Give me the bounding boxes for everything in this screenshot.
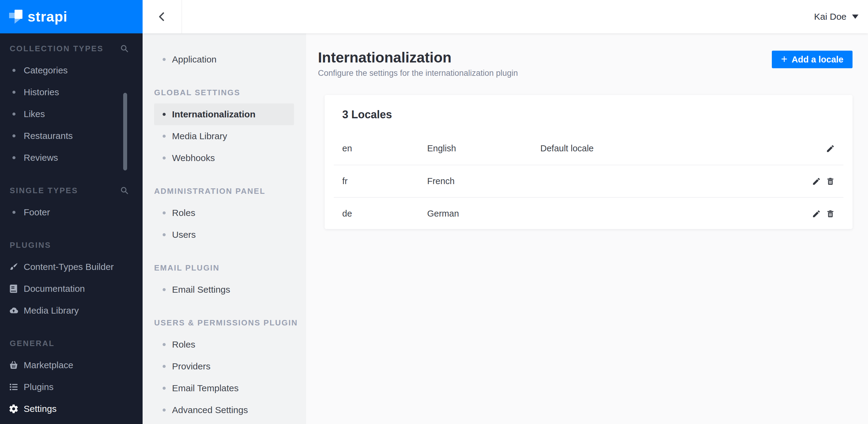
strapi-logo[interactable]: strapi (0, 0, 143, 33)
page-header-text: Internationalization Configure the setti… (318, 49, 518, 78)
settings-item-email-templates[interactable]: Email Templates (143, 377, 306, 399)
nav-section-general: GENERAL Marketplace Plugins Settings (0, 332, 143, 420)
search-icon[interactable] (120, 186, 129, 195)
sidebar-item-label: Restaurants (24, 131, 73, 141)
basket-icon (8, 360, 19, 370)
bullet-icon (163, 387, 166, 390)
sidebar-item-settings[interactable]: Settings (0, 398, 143, 420)
settings-section-label: GLOBAL SETTINGS (143, 81, 306, 103)
sidebar-item-footer[interactable]: Footer (0, 201, 143, 223)
locale-status: Default locale (540, 143, 826, 154)
row-actions (812, 177, 835, 186)
pencil-icon (812, 177, 821, 186)
sidebar-item-label: Content-Types Builder (24, 262, 114, 272)
edit-locale-button[interactable] (812, 209, 821, 218)
edit-locale-button[interactable] (812, 177, 821, 186)
bullet-icon (12, 156, 16, 159)
settings-item-application[interactable]: Application (143, 48, 306, 70)
settings-item-advanced-settings[interactable]: Advanced Settings (143, 399, 306, 421)
locale-code: fr (342, 176, 427, 186)
sidebar-item-restaurants[interactable]: Restaurants (0, 125, 143, 147)
settings-section-label: EMAIL PLUGIN (143, 257, 306, 279)
locales-table: en English Default locale fr French de G… (324, 132, 852, 230)
book-icon (8, 284, 19, 294)
bullet-icon (12, 91, 16, 94)
add-locale-button-label: Add a locale (792, 55, 843, 65)
brush-icon (8, 262, 19, 272)
settings-item-providers[interactable]: Providers (143, 355, 306, 377)
sidebar-scrollbar[interactable] (123, 93, 127, 170)
settings-item-label: Internationalization (172, 109, 255, 120)
back-button[interactable] (143, 0, 182, 33)
user-menu[interactable]: Kai Doe (814, 11, 859, 22)
nav-section-label: COLLECTION TYPES (10, 44, 103, 54)
sidebar-item-label: Documentation (24, 284, 85, 294)
settings-item-label: Providers (172, 361, 211, 371)
strapi-logo-text: strapi (28, 8, 67, 25)
cloud-upload-icon (8, 305, 19, 316)
delete-locale-button[interactable] (826, 177, 835, 186)
locales-card: 3 Locales en English Default locale fr F… (324, 95, 852, 229)
delete-locale-button[interactable] (826, 209, 835, 218)
sidebar-item-label: Categories (24, 65, 68, 75)
locale-name: English (427, 143, 540, 154)
strapi-logo-icon (9, 10, 23, 24)
settings-section-global-settings: GLOBAL SETTINGS Internationalization Med… (143, 81, 306, 169)
nav-section-header: GENERAL (0, 332, 143, 354)
sidebar-item-label: Plugins (24, 382, 53, 392)
sidebar-item-label: Settings (24, 404, 56, 414)
nav-section-header: SINGLE TYPES (0, 180, 143, 201)
locale-code: en (342, 143, 427, 154)
nav-section-plugins: PLUGINS Content-Types Builder Documentat… (0, 234, 143, 322)
settings-section-label: USERS & PERMISSIONS PLUGIN (143, 312, 306, 334)
sidebar-item-documentation[interactable]: Documentation (0, 278, 143, 300)
settings-item-label: Users (172, 230, 196, 240)
add-locale-button[interactable]: + Add a locale (772, 51, 852, 68)
sidebar-item-label: Footer (24, 207, 50, 218)
page-title: Internationalization (318, 49, 518, 66)
settings-item-label: Roles (172, 208, 195, 218)
search-icon[interactable] (120, 44, 129, 53)
settings-item-email-settings[interactable]: Email Settings (143, 279, 306, 300)
sidebar-item-likes[interactable]: Likes (0, 103, 143, 125)
settings-section-users-permissions-plugin: USERS & PERMISSIONS PLUGIN Roles Provide… (143, 312, 306, 421)
trash-icon (826, 177, 835, 186)
locale-row-fr: fr French (334, 165, 843, 197)
settings-item-media-library[interactable]: Media Library (143, 125, 306, 147)
settings-item-internationalization[interactable]: Internationalization (154, 103, 294, 125)
settings-item-admin-roles[interactable]: Roles (143, 202, 306, 224)
nav-section-single-types: SINGLE TYPES Footer (0, 180, 143, 223)
bullet-icon (163, 343, 166, 346)
page-header: Internationalization Configure the setti… (306, 33, 868, 78)
bullet-icon (163, 288, 166, 291)
settings-item-webhooks[interactable]: Webhooks (143, 147, 306, 169)
pencil-icon (826, 144, 835, 153)
locale-name: German (427, 209, 540, 219)
bullet-icon (12, 69, 16, 72)
settings-item-label: Email Templates (172, 383, 239, 393)
nav-section-label: PLUGINS (10, 240, 51, 250)
nav-section-header: COLLECTION TYPES (0, 38, 143, 60)
chevron-left-icon (157, 11, 167, 22)
row-actions (812, 209, 835, 218)
sidebar-item-label: Likes (24, 109, 45, 119)
main-sidebar: strapi COLLECTION TYPES Categories Histo… (0, 0, 143, 424)
settings-section-administration-panel: ADMINISTRATION PANEL Roles Users (143, 180, 306, 246)
settings-item-up-roles[interactable]: Roles (143, 334, 306, 355)
bullet-icon (12, 112, 16, 116)
sidebar-item-content-types-builder[interactable]: Content-Types Builder (0, 256, 143, 278)
edit-locale-button[interactable] (826, 144, 835, 153)
sidebar-item-reviews[interactable]: Reviews (0, 147, 143, 169)
sidebar-item-marketplace[interactable]: Marketplace (0, 354, 143, 376)
settings-item-label: Webhooks (172, 153, 215, 163)
locales-card-title: 3 Locales (324, 95, 852, 121)
sidebar-item-histories[interactable]: Histories (0, 81, 143, 103)
main-nav: COLLECTION TYPES Categories Histories Li… (0, 33, 143, 420)
settings-item-admin-users[interactable]: Users (143, 224, 306, 246)
gear-icon (8, 404, 19, 414)
sidebar-item-plugins[interactable]: Plugins (0, 376, 143, 398)
sidebar-item-categories[interactable]: Categories (0, 60, 143, 81)
sidebar-item-media-library[interactable]: Media Library (0, 300, 143, 322)
nav-section-label: GENERAL (10, 339, 55, 348)
locale-code: de (342, 209, 427, 219)
